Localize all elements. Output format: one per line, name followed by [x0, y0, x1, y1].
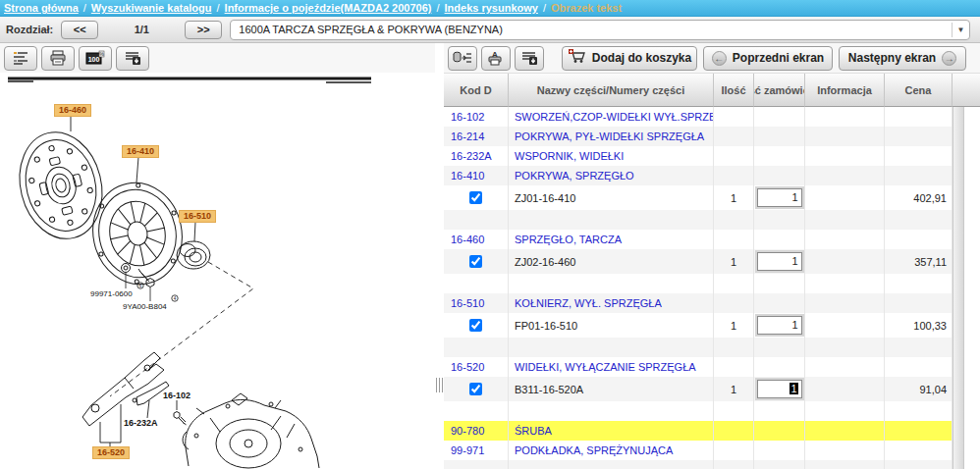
- table-cell: [754, 401, 805, 421]
- table-cell: [754, 107, 805, 127]
- part-select-checkbox[interactable]: [469, 191, 482, 204]
- table-row: 99-971PODKŁADKA, SPRĘŻYNUJĄCA: [444, 441, 953, 460]
- chevron-down-icon[interactable]: ▼: [952, 23, 969, 37]
- table-cell: [754, 441, 805, 460]
- part-number: ZJ01-16-410: [509, 185, 714, 210]
- export-document-icon[interactable]: [515, 46, 544, 71]
- breadcrumb-link[interactable]: Strona główna: [4, 2, 79, 14]
- table-rows: 16-102SWORZEŃ,CZOP-WIDEŁKI WYŁ.SPRZĘ16-2…: [444, 107, 953, 469]
- part-code-link[interactable]: 16-232A: [444, 146, 509, 166]
- qty-value: 1: [714, 249, 754, 274]
- header-filler: [953, 74, 980, 107]
- table-cell: [885, 421, 953, 441]
- table-row: 16-510KOŁNIERZ, WYŁ. SPRZĘGŁA: [444, 293, 953, 313]
- chapter-page-indicator: 1/1: [98, 24, 185, 35]
- next-screen-button[interactable]: Następny ekran →: [839, 46, 966, 71]
- part-code-link[interactable]: 16-102: [444, 107, 509, 127]
- breadcrumb-link[interactable]: Wyszukiwanie katalogu: [91, 2, 212, 14]
- table-row: [444, 274, 953, 293]
- table-cell: [885, 146, 953, 166]
- order-qty-cell: 1: [754, 313, 805, 338]
- breadcrumb-link[interactable]: Informacje o pojeździe(MAZDA2 200706): [225, 2, 432, 14]
- table-cell: [885, 441, 953, 460]
- info-value: [805, 185, 885, 210]
- column-header: Ilość: [714, 74, 754, 107]
- table-cell: [885, 107, 953, 127]
- diagram-label[interactable]: 16-510: [179, 210, 216, 223]
- details-list-icon[interactable]: [4, 46, 37, 71]
- order-qty-input[interactable]: 1: [757, 252, 802, 271]
- table-cell: [885, 460, 953, 469]
- diagram-label[interactable]: 16-410: [122, 145, 159, 158]
- order-qty-input[interactable]: 1: [757, 380, 802, 398]
- order-qty-input[interactable]: 1: [757, 316, 802, 335]
- print-icon[interactable]: [41, 46, 75, 71]
- zoom-100-icon[interactable]: 100 %: [79, 46, 112, 71]
- diagram-label[interactable]: 16-520: [92, 446, 130, 459]
- table-cell: [754, 421, 805, 441]
- part-name-link[interactable]: WIDEŁKI, WYŁĄCZANIE SPRZĘGŁA: [509, 357, 714, 377]
- panel-splitter[interactable]: [435, 43, 444, 469]
- splitter-grip-icon[interactable]: [439, 378, 440, 392]
- svg-text:%: %: [99, 51, 104, 57]
- table-cell: [805, 107, 885, 127]
- part-name-link[interactable]: SPRZĘGŁO, TARCZA: [509, 230, 714, 249]
- copy-to-list-icon[interactable]: [448, 46, 477, 71]
- table-cell: [714, 338, 754, 357]
- part-name-link[interactable]: KOŁNIERZ, WYŁ. SPRZĘGŁA: [509, 293, 714, 313]
- vertical-scrollbar[interactable]: [953, 107, 964, 469]
- chapter-next-button[interactable]: >>: [185, 21, 222, 39]
- checkbox-cell: [444, 249, 509, 274]
- diagram-label: 9YA00-B804: [123, 302, 167, 311]
- table-cell: [444, 210, 509, 230]
- table-cell: [885, 401, 953, 421]
- part-name-link[interactable]: PODKŁADKA, SPRĘŻYNUJĄCA: [509, 441, 714, 460]
- part-name-link[interactable]: ŚRUBA: [509, 421, 714, 441]
- transmission-housing-drawing: [183, 393, 319, 468]
- part-code-link[interactable]: 16-214: [444, 127, 509, 146]
- order-qty-input[interactable]: 1: [757, 188, 802, 207]
- info-value: [805, 377, 885, 401]
- previous-screen-button[interactable]: ← Poprzedni ekran: [703, 46, 833, 71]
- qty-value: 1: [714, 377, 754, 401]
- info-value: [805, 249, 885, 274]
- chapter-select[interactable]: 1600A TARCZA SPRZĘGŁA & POKRYWA (BENZYNA…: [230, 20, 970, 40]
- part-name-link[interactable]: POKRYWA, PYŁ-WIDEŁKI SPRZĘGŁA: [509, 127, 714, 146]
- part-code-link[interactable]: 16-410: [444, 166, 509, 185]
- export-document-icon[interactable]: [116, 46, 149, 71]
- part-name-link[interactable]: WSPORNIK, WIDEŁKI: [509, 146, 714, 166]
- part-select-checkbox[interactable]: [469, 319, 482, 332]
- table-cell: [444, 401, 509, 421]
- part-select-checkbox[interactable]: [469, 383, 482, 395]
- table-cell: [805, 127, 885, 146]
- qty-value: 1: [714, 185, 754, 210]
- add-to-cart-button[interactable]: Dodaj do koszyka: [562, 46, 697, 71]
- price-value: 357,11: [885, 249, 953, 274]
- part-name-link[interactable]: POKRYWA, SPRZĘGŁO: [509, 166, 714, 185]
- table-cell: [885, 230, 953, 249]
- table-cell: [754, 338, 805, 357]
- table-row: 16-102SWORZEŃ,CZOP-WIDEŁKI WYŁ.SPRZĘ: [444, 107, 953, 127]
- part-select-checkbox[interactable]: [469, 255, 482, 268]
- table-cell: [805, 274, 885, 293]
- print-text-icon[interactable]: A: [481, 46, 511, 71]
- diagram-label: 99971-0600: [90, 289, 133, 298]
- next-screen-label: Następny ekran: [848, 51, 936, 65]
- breadcrumb-link[interactable]: Indeks rysunkowy: [445, 2, 538, 14]
- table-cell: [885, 274, 953, 293]
- chapter-prev-button[interactable]: <<: [61, 21, 98, 39]
- table-cell: [714, 274, 754, 293]
- part-code-link[interactable]: 90-780: [444, 421, 509, 441]
- diagram-label[interactable]: 16-460: [54, 104, 91, 117]
- part-name-link[interactable]: SWORZEŃ,CZOP-WIDEŁKI WYŁ.SPRZĘ: [509, 107, 714, 127]
- part-code-link[interactable]: 16-520: [444, 357, 509, 377]
- order-qty-cell: 1: [754, 249, 805, 274]
- diagram-label: 16-232A: [124, 418, 158, 428]
- part-code-link[interactable]: 99-971: [444, 441, 509, 460]
- table-cell: [714, 460, 754, 469]
- table-row: ZJ02-16-46011357,11: [444, 249, 953, 274]
- table-cell: [754, 357, 805, 377]
- part-code-link[interactable]: 16-510: [444, 293, 509, 313]
- add-to-cart-label: Dodaj do koszyka: [592, 51, 691, 65]
- part-code-link[interactable]: 16-460: [444, 230, 509, 249]
